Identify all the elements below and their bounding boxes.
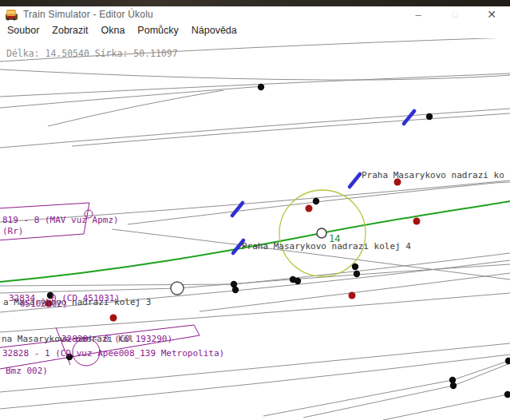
consist-label[interactable]: (Rr) — [2, 227, 24, 236]
junction-node[interactable] — [258, 84, 264, 90]
consist-label[interactable]: Bmz 002) — [6, 367, 48, 375]
junction-node[interactable] — [295, 278, 301, 284]
application-window: Train Simulator - Editor Úkolu – □ ✕ Sou… — [0, 0, 510, 420]
track-line[interactable] — [0, 355, 510, 409]
signal-icon[interactable] — [404, 111, 414, 124]
red-node[interactable] — [306, 205, 313, 212]
track-line[interactable] — [0, 86, 263, 108]
maximize-button[interactable]: □ — [437, 5, 473, 24]
red-node[interactable] — [349, 292, 356, 299]
track-lines — [0, 38, 510, 420]
red-node[interactable] — [110, 315, 117, 322]
junction-node[interactable] — [232, 287, 239, 293]
station-label[interactable]: Praha Masarykovo nadrazi ko — [362, 171, 504, 180]
close-button[interactable]: ✕ — [473, 5, 510, 24]
signal-icon[interactable] — [350, 174, 360, 187]
track-layout-svg — [0, 38, 510, 420]
track-line[interactable] — [0, 73, 510, 97]
track-node-circle[interactable] — [171, 282, 184, 295]
track-line[interactable] — [0, 109, 510, 148]
app-icon — [5, 9, 18, 21]
junction-node[interactable] — [505, 358, 510, 364]
window-title: Train Simulator - Editor Úkolu — [23, 9, 153, 20]
track-line[interactable] — [112, 229, 510, 279]
menu-pomucky[interactable]: Pomůcky — [132, 25, 184, 36]
map-canvas[interactable]: Délka: 14.50540 Sírka: 50.11097 Praha Ma… — [0, 38, 510, 420]
coordinates-readout: Délka: 14.50540 Sírka: 50.11097 — [6, 48, 178, 59]
menubar: Soubor Zobrazit Okna Pomůcky Nápověda — [0, 22, 510, 38]
menu-soubor[interactable]: Soubor — [2, 25, 45, 36]
menu-napoveda[interactable]: Nápověda — [186, 25, 243, 36]
consist-boxes — [0, 203, 200, 370]
consist-label[interactable]: 32828 - 0 (CD 193290) — [61, 335, 172, 343]
consist-label[interactable]: 05103102) — [20, 299, 68, 308]
junction-node[interactable] — [352, 263, 358, 270]
consist-label[interactable]: 32828 - 1 (CD vuz Apee008_139 Metropolit… — [2, 349, 224, 358]
track-line[interactable] — [72, 113, 510, 146]
red-node[interactable] — [413, 218, 421, 225]
track-line[interactable] — [0, 69, 510, 80]
menu-okna[interactable]: Okna — [95, 25, 130, 36]
consist-label[interactable]: 819 - 8 (MAV vuz Apmz) — [2, 216, 119, 224]
minimize-button[interactable]: – — [400, 5, 437, 24]
junction-node[interactable] — [354, 271, 360, 277]
track-line[interactable] — [128, 182, 510, 224]
track-line[interactable] — [303, 363, 510, 418]
station-label[interactable]: Praha Masarykovo nadrazi kolej 4 — [242, 242, 411, 251]
waypoint-number-label: 14 — [329, 235, 340, 244]
junction-node[interactable] — [504, 391, 510, 398]
menu-zobrazit[interactable]: Zobrazit — [46, 25, 93, 36]
titlebar[interactable]: Train Simulator - Editor Úkolu – □ ✕ — [0, 6, 510, 22]
junction-node[interactable] — [450, 382, 457, 389]
window-controls: – □ ✕ — [400, 5, 510, 24]
waypoint-circle[interactable] — [317, 228, 326, 238]
track-line[interactable] — [383, 394, 508, 420]
track-line[interactable] — [48, 90, 223, 126]
junction-node[interactable] — [426, 113, 433, 120]
junction-node[interactable] — [313, 198, 319, 204]
